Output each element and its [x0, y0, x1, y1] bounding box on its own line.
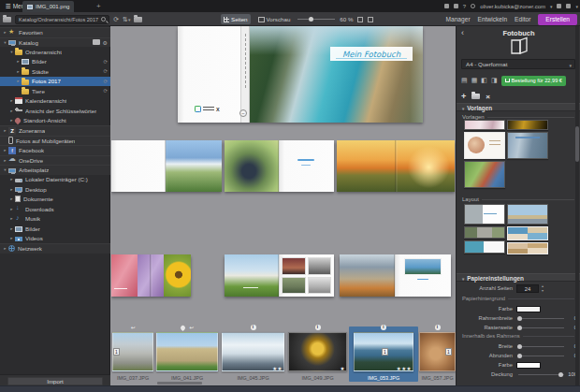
history-icon[interactable]: ↩ — [189, 325, 194, 330]
chevron-right-icon[interactable]: ▸ — [8, 226, 15, 231]
slider-handle[interactable] — [517, 354, 522, 358]
spread-pages-4-5[interactable] — [225, 140, 334, 192]
chevron-right-icon[interactable]: ▸ — [8, 98, 15, 103]
open-folder-button[interactable] — [471, 94, 480, 99]
cover-title-banner[interactable]: Mein Fotobuch — [330, 47, 413, 61]
mode-editor[interactable]: Editor — [515, 16, 530, 22]
slider-track[interactable] — [518, 356, 564, 356]
zoom-slider-handle[interactable] — [309, 17, 313, 22]
castle-photo-page[interactable] — [225, 254, 279, 297]
chevron-right-icon[interactable]: ▸ — [2, 30, 8, 35]
chevron-right-icon[interactable]: ▸ — [2, 128, 8, 133]
sidebar-item-favoriten[interactable]: ▸Favoriten — [0, 27, 110, 37]
template-wedding-thumb[interactable] — [464, 132, 505, 159]
girl-photo-page[interactable] — [225, 140, 279, 192]
print-icon[interactable]: ▦ — [471, 77, 478, 84]
slider-handle[interactable] — [517, 344, 522, 349]
sidebar-item-desktop[interactable]: ▸Desktop — [0, 184, 110, 195]
history-icon[interactable]: ↩ — [131, 325, 136, 330]
new-tab-button[interactable]: + — [94, 0, 104, 12]
spread-pages-10-11[interactable] — [225, 254, 334, 297]
blank-page[interactable] — [111, 140, 166, 192]
sidebar-item-katalog[interactable]: ▾Katalog⚙ — [0, 37, 110, 48]
cart-icon[interactable] — [454, 4, 458, 8]
chevron-right-icon[interactable]: ▸ — [8, 177, 15, 181]
order-button[interactable]: Bestellung für 22,99 € — [501, 76, 566, 86]
sidebar-item-bilder[interactable]: ▸Bilder — [0, 224, 110, 234]
sidebar-item-fotos-2017[interactable]: ▸Fotos 2017⟳ — [0, 77, 110, 87]
sidebar-item-ordneransicht[interactable]: ▾Ordneransicht — [0, 47, 110, 57]
chevron-right-icon[interactable]: ▸ — [15, 79, 22, 83]
template-halfdome-thumb[interactable] — [507, 132, 548, 159]
panel-scrollbar-track[interactable] — [575, 26, 579, 385]
sidebar-item-st-dte[interactable]: ▸Städte⟳ — [0, 66, 110, 77]
chevron-down-icon[interactable]: ▾ — [550, 4, 553, 9]
section-papiereinstellungen-header[interactable]: ▾Papiereinstellungen — [457, 273, 580, 282]
layout-waterfall-thumb[interactable] — [464, 204, 505, 225]
sidebar-item-onedrive[interactable]: ▸OneDrive — [0, 155, 110, 166]
spread-pages-12-13[interactable] — [340, 254, 451, 297]
chevron-right-icon[interactable]: ▸ — [8, 207, 15, 211]
slider-handle[interactable] — [517, 326, 522, 330]
pink-flowers-photo[interactable] — [111, 254, 138, 297]
fit-view-icon[interactable] — [357, 17, 363, 22]
star-rating[interactable]: ★ — [288, 366, 347, 371]
book-cover-spread[interactable]: X − Mein Fotobuch — [178, 26, 423, 123]
import-button[interactable]: Import — [7, 377, 103, 385]
photo-grid-page[interactable] — [279, 254, 334, 297]
theatre-photo[interactable] — [282, 257, 306, 275]
slider-track[interactable] — [518, 327, 564, 328]
breadcrumb[interactable]: Katalog/Ordneransicht/Fotos 2017 — [15, 15, 109, 24]
view-pages-toggle[interactable]: Seiten — [221, 14, 251, 24]
bw-building-photo[interactable] — [308, 257, 332, 275]
slider-track[interactable] — [518, 346, 564, 347]
add-page-button[interactable]: + — [461, 92, 466, 101]
cover-spine[interactable]: − — [240, 26, 250, 123]
lake-text-page[interactable] — [395, 254, 451, 297]
layout-beach-thumb[interactable] — [507, 226, 548, 240]
rocky-mountains-photo[interactable] — [340, 254, 395, 297]
chevron-down-icon[interactable]: ▾ — [8, 50, 15, 54]
sidebar-item-netzwerk[interactable]: ▸Netzwerk — [0, 243, 110, 254]
chevron-right-icon[interactable]: ▸ — [8, 187, 15, 192]
info-icon[interactable]: i — [381, 325, 386, 330]
mode-erstellen[interactable]: Erstellen — [538, 14, 577, 25]
display-icon[interactable] — [557, 4, 561, 8]
actual-size-icon[interactable] — [368, 17, 373, 22]
mode-manager[interactable]: Manager — [446, 16, 471, 22]
sidebar-item-bilder[interactable]: ▸Bilder⟳ — [0, 57, 110, 67]
format-dropdown[interactable]: A4 - Querformat ▾ — [461, 59, 575, 69]
mode-entwickeln[interactable]: Entwickeln — [478, 16, 508, 22]
home-folder-icon[interactable] — [3, 17, 11, 22]
zoom-slider[interactable] — [297, 15, 335, 23]
sidebar-item-kalenderansicht[interactable]: ▸Kalenderansicht — [0, 96, 110, 107]
street-photo[interactable] — [282, 277, 306, 295]
chevron-right-icon[interactable]: ▸ — [2, 148, 8, 152]
search-icon[interactable] — [101, 17, 106, 22]
sidebar-item-standort-ansicht[interactable]: ▸Standort-Ansicht — [0, 116, 110, 126]
sidebar-item-facebook[interactable]: ▸Facebook — [0, 145, 110, 155]
slider-track[interactable] — [518, 318, 564, 319]
chevron-right-icon[interactable]: ▸ — [8, 109, 15, 113]
sidebar-item-arbeitsplatz[interactable]: ▾Arbeitsplatz — [0, 165, 110, 175]
template-family-thumb[interactable] — [464, 161, 505, 188]
share-icon[interactable]: ◧ — [481, 77, 487, 84]
sidebar-item-zonerama[interactable]: ▸Zonerama — [0, 125, 110, 136]
fullscreen-icon[interactable] — [566, 4, 571, 8]
chevron-right-icon[interactable]: ▸ — [8, 216, 15, 221]
bell-icon[interactable] — [444, 4, 449, 8]
save-icon[interactable]: ▤ — [461, 77, 468, 84]
layout-lighthouse-thumb[interactable] — [507, 204, 548, 225]
section-vorlagen-header[interactable]: ▾Vorlagen — [457, 103, 580, 111]
small-lake-photo[interactable] — [404, 258, 442, 275]
star-rating[interactable]: ★★ — [222, 366, 284, 371]
chevron-right-icon[interactable]: ▸ — [2, 158, 8, 163]
sunflower-photo[interactable] — [164, 254, 191, 297]
pages-count-value[interactable]: 24 — [516, 284, 539, 293]
view-preview-toggle[interactable]: Vorschau — [255, 14, 294, 24]
spread-pages-8-9[interactable] — [111, 254, 191, 297]
account-icon[interactable] — [471, 4, 475, 8]
bw-castle-photo[interactable] — [308, 277, 332, 295]
text-page[interactable] — [279, 140, 334, 192]
template-blossom-thumb[interactable] — [464, 120, 505, 130]
